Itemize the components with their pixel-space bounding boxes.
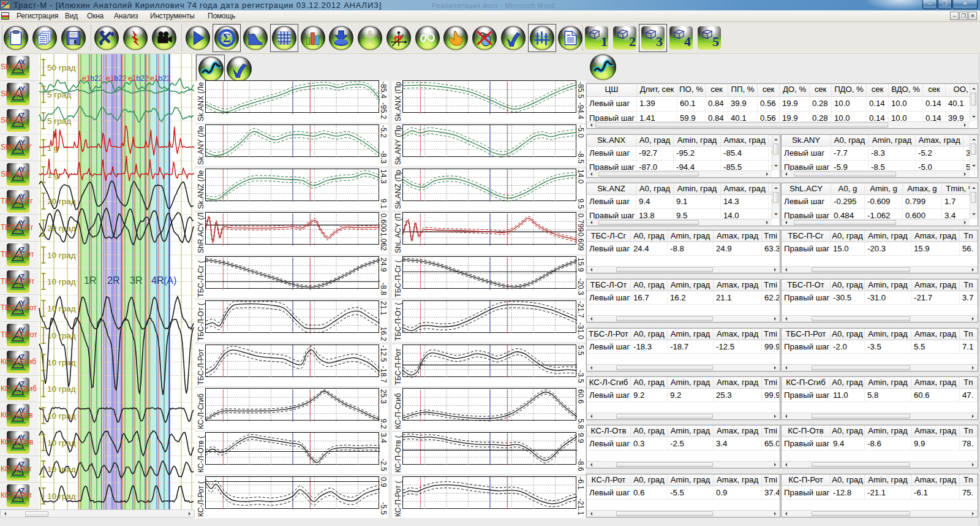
svg-text:1 g: 1 g [47,170,59,180]
svg-text:4R: 4R [151,275,164,286]
svg-text:10 град: 10 град [47,465,76,474]
svg-text:10 град: 10 град [47,358,76,367]
svg-text:1: 1 [601,34,608,49]
svg-text:10 град: 10 град [47,277,76,286]
svg-text:4: 4 [684,34,691,49]
svg-text:10 град: 10 град [47,251,76,260]
svg-text:e1b22: e1b22 [128,74,149,83]
svg-text:3: 3 [656,34,663,49]
svg-text:5 град: 5 град [47,116,71,126]
svg-text:5: 5 [712,34,719,49]
svg-text:20 град: 20 град [47,224,76,233]
svg-text:50 град: 50 град [47,63,76,72]
svg-text:e1b22: e1b22 [82,74,103,83]
svg-text:10 град: 10 град [47,411,76,421]
svg-text:(A): (A) [164,275,176,286]
svg-text:10 град: 10 град [47,304,76,313]
svg-text:10 град: 10 град [47,331,76,340]
svg-text:Σ: Σ [222,31,230,45]
svg-text:20 град: 20 град [47,197,76,206]
svg-text:10 град: 10 град [47,438,76,448]
svg-text:1 g: 1 g [47,143,59,153]
svg-text:e1b22: e1b22 [150,74,171,83]
svg-text:2R: 2R [107,275,119,286]
svg-text:e1b22: e1b22 [106,74,127,83]
svg-text:2: 2 [629,34,636,49]
svg-text:3R: 3R [130,275,142,286]
svg-text:10 град: 10 град [47,384,76,394]
svg-text:1R: 1R [84,275,96,286]
svg-text:5 град: 5 град [47,90,71,99]
svg-text:10 град: 10 град [47,492,76,501]
